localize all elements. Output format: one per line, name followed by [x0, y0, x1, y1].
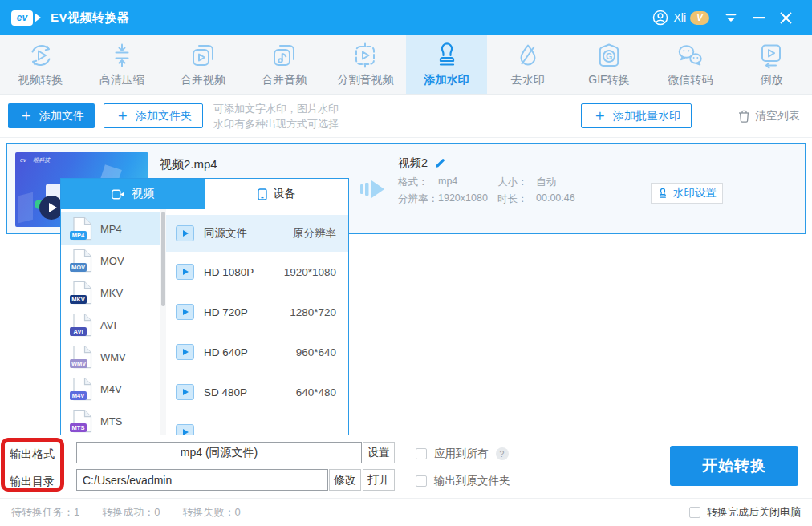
thumb-decor — [18, 192, 33, 223]
format-name: MTS — [100, 415, 122, 427]
format-value: mp4 — [438, 176, 497, 189]
vip-badge: V — [690, 11, 709, 25]
resolution-item-1080p[interactable]: HD 1080P 1920*1080 — [166, 252, 348, 292]
output-dir-input[interactable] — [76, 469, 328, 491]
video-convert-icon — [27, 42, 55, 69]
format-item-mts[interactable]: MTS MTS — [61, 405, 160, 435]
hd-compress-icon — [108, 42, 136, 69]
rename-button[interactable] — [435, 158, 445, 168]
size-label: 大小： — [497, 176, 536, 189]
nav-item-add-watermark[interactable]: 添加水印 — [406, 35, 487, 94]
nav-item-label: 添加水印 — [424, 73, 469, 87]
user-name: Xli — [673, 11, 686, 24]
nav-item-label: 微信转码 — [668, 73, 713, 87]
nav-item-video-convert[interactable]: 视频转换 — [0, 35, 81, 94]
shutdown-after-checkbox[interactable] — [689, 507, 700, 518]
add-batch-watermark-label: 添加批量水印 — [613, 109, 680, 123]
failed-count: 转换失败：0 — [182, 505, 240, 520]
format-name: M4V — [100, 383, 122, 395]
remove-watermark-icon — [514, 42, 542, 69]
play-icon — [176, 344, 194, 360]
format-item-mkv[interactable]: MKV MKV — [61, 277, 160, 309]
format-name: MKV — [100, 287, 123, 299]
format-item-mov[interactable]: MOV MOV — [61, 245, 160, 277]
format-name: MOV — [100, 255, 124, 267]
format-item-mp4[interactable]: MP4 MP4 — [61, 212, 160, 245]
nav-item-label: 倒放 — [760, 73, 782, 87]
add-batch-watermark-button[interactable]: ＋ 添加批量水印 — [581, 103, 692, 128]
format-item-wmv[interactable]: WMV WMV — [61, 341, 160, 373]
resolution-name: HD 1080P — [204, 266, 254, 278]
output-filename: 视频2 — [398, 156, 428, 171]
format-item-avi[interactable]: AVI AVI — [61, 309, 160, 341]
account-menu[interactable]: Xli V — [652, 9, 709, 26]
chevron-down-icon — [725, 13, 737, 22]
format-name: WMV — [100, 351, 126, 363]
nav-item-label: 合并音频 — [262, 73, 307, 87]
watermark-settings-button[interactable]: 水印设置 — [651, 183, 723, 204]
device-icon — [258, 188, 267, 200]
close-button[interactable] — [772, 6, 799, 30]
nav-item-merge-audio[interactable]: 合并音频 — [244, 35, 325, 94]
add-folder-button[interactable]: ＋ 添加文件夹 — [104, 103, 203, 128]
output-to-source-label: 输出到原文件夹 — [434, 474, 510, 488]
nav-item-gif-convert[interactable]: G GIF转换 — [568, 35, 649, 94]
format-label: 格式： — [398, 176, 438, 189]
main-nav: 视频转换 高清压缩 合并视频 合并音频 — [0, 35, 812, 95]
open-button[interactable]: 打开 — [363, 469, 395, 491]
tab-device[interactable]: 设备 — [205, 179, 348, 209]
minimize-button[interactable] — [745, 6, 772, 30]
nav-item-label: 合并视频 — [181, 73, 225, 87]
format-item-m4v[interactable]: M4V M4V — [61, 373, 160, 405]
status-bar: 待转换任务：1 转换成功：0 转换失败：0 转换完成后关闭电脑 — [0, 498, 812, 526]
resolution-item-480p[interactable]: SD 480P 640*480 — [166, 372, 348, 412]
resolution-item-640p[interactable]: HD 640P 960*640 — [166, 332, 348, 372]
apply-all-checkbox[interactable] — [416, 448, 427, 459]
duration-label: 时长： — [497, 192, 536, 206]
split-av-icon — [351, 42, 379, 69]
play-icon — [176, 304, 194, 320]
settings-label: 设置 — [367, 446, 390, 460]
nav-item-hd-compress[interactable]: 高清压缩 — [81, 35, 162, 94]
resolution-item-source[interactable]: 同源文件 原分辨率 — [166, 215, 348, 252]
resolution-name: SD 480P — [204, 386, 247, 399]
help-icon[interactable]: ? — [496, 447, 509, 460]
pending-value: 1 — [74, 506, 79, 518]
nav-item-split-av[interactable]: 分割音视频 — [325, 35, 406, 94]
clear-list-button[interactable]: 清空列表 — [738, 109, 800, 123]
resolution-item-720p[interactable]: HD 720P 1280*720 — [166, 292, 348, 332]
add-folder-label: 添加文件夹 — [136, 109, 192, 123]
modify-button[interactable]: 修改 — [329, 469, 361, 491]
resolution-value: 960*640 — [296, 346, 336, 358]
output-format-input[interactable] — [76, 442, 362, 463]
reverse-play-icon — [757, 42, 785, 69]
resolution-value: 1920*1080 — [284, 266, 336, 278]
apply-all-label: 应用到所有 — [434, 447, 489, 461]
resolution-value: 1920x1080 — [438, 192, 497, 206]
thumb-brand-logo: ev 一唯科技 — [20, 156, 50, 164]
scrollbar-thumb[interactable] — [161, 212, 165, 306]
nav-item-merge-video[interactable]: 合并视频 — [162, 35, 243, 94]
play-icon — [176, 384, 194, 400]
output-to-source-checkbox[interactable] — [416, 475, 427, 487]
add-file-button[interactable]: ＋ 添加文件 — [8, 103, 95, 128]
nav-item-wechat-transcode[interactable]: 微信转码 — [650, 35, 731, 94]
nav-item-remove-watermark[interactable]: 去水印 — [487, 35, 568, 94]
svg-text:G: G — [606, 51, 612, 61]
titlebar-dropdown-button[interactable] — [717, 6, 745, 30]
success-count: 转换成功：0 — [102, 505, 160, 520]
app-logo: ev — [11, 10, 41, 26]
clear-list-label: 清空列表 — [755, 109, 800, 123]
open-label: 打开 — [367, 473, 390, 488]
format-list: MP4 MP4 MOV MOV MKV MKV — [61, 209, 160, 435]
format-badge: MKV — [70, 295, 87, 304]
file-type-icon: WMV — [71, 345, 93, 369]
resolution-name: 同源文件 — [204, 226, 247, 241]
start-convert-button[interactable]: 开始转换 — [670, 446, 798, 486]
nav-item-reverse-play[interactable]: 倒放 — [731, 35, 812, 94]
resolution-item-partial[interactable] — [166, 412, 348, 435]
tab-video[interactable]: 视频 — [61, 179, 205, 209]
duration-value: 00:00:46 — [536, 192, 575, 206]
settings-button[interactable]: 设置 — [363, 442, 395, 463]
resolution-list: 同源文件 原分辨率 HD 1080P 1920*1080 HD 720P 128… — [166, 209, 348, 435]
